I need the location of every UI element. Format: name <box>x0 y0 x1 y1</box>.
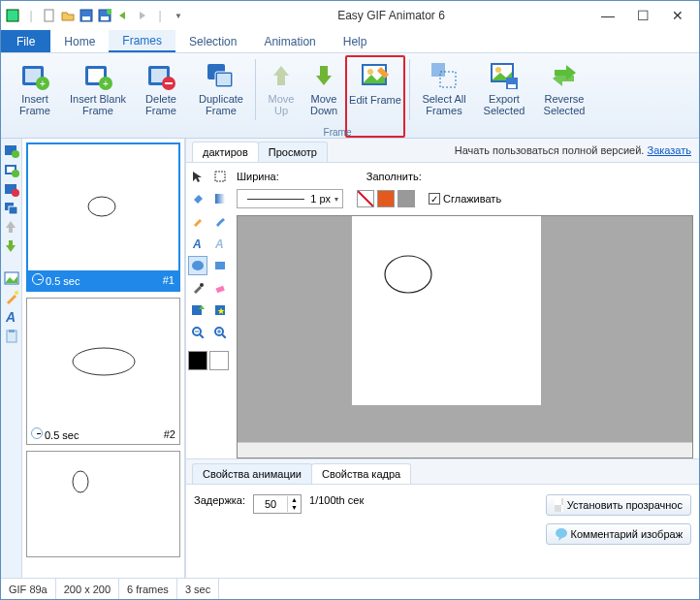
frame-time: 0.5 sec <box>46 275 80 287</box>
insert-blank-frame-button[interactable]: + Insert Blank Frame <box>65 55 131 138</box>
export-selected-button[interactable]: Export Selected <box>474 55 534 138</box>
open-icon[interactable] <box>60 8 76 23</box>
svg-rect-1 <box>45 10 53 21</box>
frames-panel[interactable]: 0.5 sec #1 0.5 sec #2 <box>22 139 185 579</box>
eraser-tool[interactable] <box>210 278 230 298</box>
minimize-button[interactable]: ― <box>596 8 620 23</box>
tab-animation[interactable]: Animation <box>250 30 329 52</box>
zoom-in-tool[interactable] <box>210 323 230 342</box>
fill-none[interactable] <box>357 190 374 207</box>
save-icon[interactable] <box>79 8 94 23</box>
tab-help[interactable]: Help <box>330 30 381 52</box>
svg-point-36 <box>12 189 19 197</box>
image-comment-button[interactable]: Комментарий изображ <box>546 523 691 545</box>
eyedrop-tool[interactable] <box>188 278 207 298</box>
editor-right: Ширина: Заполнить: 1 px ▾ ✓Сг <box>233 163 699 458</box>
brush-tool[interactable] <box>210 211 230 231</box>
frame-item[interactable] <box>26 451 180 557</box>
marquee-tool[interactable] <box>210 167 230 186</box>
maximize-button[interactable]: ☐ <box>631 8 654 23</box>
color-swatches <box>188 351 230 370</box>
tab-edit[interactable]: дактиров <box>192 142 259 162</box>
insert-frame-button[interactable]: + Insert Frame <box>5 55 65 138</box>
close-button[interactable]: ✕ <box>666 8 689 23</box>
width-select[interactable]: 1 px ▾ <box>237 189 343 208</box>
tab-selection[interactable]: Selection <box>175 30 250 52</box>
pencil-tool[interactable] <box>188 211 207 231</box>
svg-point-23 <box>367 69 373 75</box>
import-tool[interactable] <box>188 300 207 320</box>
undo-icon[interactable] <box>115 8 131 23</box>
magic-tool[interactable]: ★ <box>210 300 230 320</box>
select-all-button[interactable]: Select All Frames <box>414 55 474 138</box>
set-transparent-button[interactable]: Установить прозрачнос <box>546 494 691 516</box>
svg-rect-55 <box>192 305 202 315</box>
side-down-icon[interactable] <box>4 239 19 255</box>
file-tab[interactable]: File <box>1 30 50 52</box>
side-insert-icon[interactable] <box>4 142 19 158</box>
rect-tool[interactable] <box>210 256 230 275</box>
svg-line-59 <box>200 334 204 338</box>
status-frames: 6 frames <box>119 579 177 599</box>
fill-grey[interactable] <box>398 190 415 207</box>
tab-frame-props[interactable]: Свойства кадра <box>311 463 411 484</box>
side-text-icon[interactable]: A <box>4 309 19 325</box>
side-duplicate-icon[interactable] <box>4 201 19 216</box>
frame-item[interactable]: 0.5 sec #2 <box>26 298 180 445</box>
foreground-color[interactable] <box>188 351 207 370</box>
text-tool[interactable]: A <box>188 234 207 253</box>
delete-frame-button[interactable]: Delete Frame <box>131 55 191 138</box>
fill-tool[interactable] <box>188 189 207 208</box>
save-as-icon[interactable] <box>97 8 112 23</box>
text-fx-tool[interactable]: A <box>210 234 230 253</box>
cursor-tool[interactable] <box>188 167 207 186</box>
svg-text:A: A <box>5 309 16 325</box>
canvas[interactable] <box>352 216 541 405</box>
side-up-icon[interactable] <box>4 220 19 236</box>
svg-rect-43 <box>9 330 15 332</box>
ellipse-tool[interactable] <box>188 256 207 275</box>
frame-index: #1 <box>163 274 175 286</box>
frame-item[interactable]: 0.5 sec #1 <box>26 142 180 292</box>
side-delete-icon[interactable] <box>4 181 19 197</box>
property-panel: Задержка: ▲▼ 1/100th сек Установить проз… <box>186 484 699 579</box>
side-clipboard-icon[interactable] <box>4 329 19 344</box>
svg-point-31 <box>12 150 19 158</box>
canvas-area[interactable] <box>237 215 693 458</box>
side-blank-icon[interactable] <box>4 162 19 177</box>
delay-unit: 1/100th сек <box>309 494 364 506</box>
svg-point-34 <box>12 170 19 177</box>
tab-frames[interactable]: Frames <box>109 30 175 52</box>
edit-frame-button[interactable]: Edit Frame <box>345 55 405 138</box>
order-link[interactable]: Заказать <box>648 144 692 156</box>
move-down-button[interactable]: Move Down <box>302 55 345 138</box>
side-magic-icon[interactable] <box>4 290 19 305</box>
tab-home[interactable]: Home <box>50 30 109 52</box>
background-color[interactable] <box>209 351 229 370</box>
move-up-button[interactable]: Move Up <box>260 55 302 138</box>
svg-point-46 <box>73 471 88 492</box>
side-image-icon[interactable] <box>4 270 19 286</box>
svg-point-65 <box>385 256 431 293</box>
gradient-tool[interactable] <box>210 189 230 208</box>
svg-point-45 <box>73 348 135 375</box>
duplicate-frame-button[interactable]: Duplicate Frame <box>191 55 251 138</box>
new-icon[interactable] <box>42 8 57 23</box>
tab-anim-props[interactable]: Свойства анимации <box>192 463 312 484</box>
divider: | <box>23 8 39 23</box>
scrollbar-horizontal[interactable] <box>238 442 692 458</box>
tab-preview[interactable]: Просмотр <box>258 142 328 162</box>
svg-rect-48 <box>215 194 225 204</box>
smooth-checkbox[interactable]: ✓Сглаживать <box>429 193 501 205</box>
qat-dropdown-icon[interactable]: ▼ <box>171 8 186 23</box>
delay-input[interactable]: ▲▼ <box>253 494 302 514</box>
draw-tools: A A ★ <box>186 163 233 458</box>
clock-icon <box>32 273 44 285</box>
redo-icon[interactable] <box>134 8 149 23</box>
zoom-out-tool[interactable] <box>188 323 207 342</box>
clock-icon <box>31 427 43 439</box>
fill-solid[interactable] <box>377 190 395 207</box>
frame-thumbnail <box>28 144 178 270</box>
reverse-selected-button[interactable]: Reverse Selected <box>534 55 594 138</box>
svg-text:+: + <box>103 79 109 89</box>
